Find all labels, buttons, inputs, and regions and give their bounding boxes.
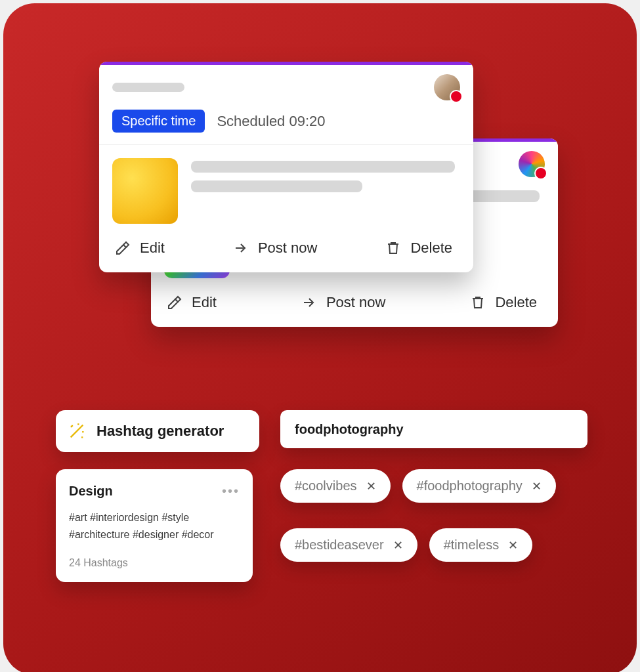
pencil-icon	[115, 240, 131, 256]
schedule-text: Scheduled 09:20	[217, 113, 325, 130]
trash-icon	[470, 295, 486, 310]
pinterest-badge-icon	[450, 90, 463, 103]
delete-button[interactable]: Delete	[385, 240, 452, 257]
post-now-button[interactable]: Post now	[233, 240, 318, 257]
chip-label: #foodphotography	[417, 478, 523, 494]
placeholder-line	[191, 180, 362, 192]
edit-button[interactable]: Edit	[115, 240, 165, 257]
placeholder-line	[112, 83, 184, 92]
hashtag-chip[interactable]: #bestideasever ✕	[280, 528, 417, 562]
post-thumbnail[interactable]	[112, 158, 178, 224]
edit-label: Edit	[192, 294, 217, 311]
hashtag-group-title: Design	[69, 484, 113, 499]
chip-label: #timeless	[444, 537, 499, 553]
hashtag-chip[interactable]: #coolvibes ✕	[280, 469, 391, 503]
pencil-icon	[167, 295, 182, 310]
placeholder-line	[191, 161, 455, 173]
delete-button[interactable]: Delete	[470, 294, 537, 311]
avatar[interactable]	[519, 151, 545, 177]
hashtag-generator-label: Hashtag generator	[96, 423, 224, 440]
arrow-right-icon	[301, 295, 317, 310]
hashtag-chip[interactable]: #timeless ✕	[429, 528, 532, 562]
hashtag-count: 24 Hashtags	[69, 557, 240, 569]
magic-wand-icon	[68, 422, 86, 440]
avatar[interactable]	[434, 74, 460, 100]
hashtag-generator-button[interactable]: Hashtag generator	[56, 410, 259, 452]
more-icon[interactable]: •••	[222, 484, 240, 499]
hashtag-group-tags: #art #interiordesign #style #architectur…	[69, 509, 240, 543]
close-icon[interactable]: ✕	[508, 538, 518, 553]
hashtag-group-card[interactable]: Design ••• #art #interiordesign #style #…	[56, 469, 253, 582]
post-now-label: Post now	[326, 294, 386, 311]
close-icon[interactable]: ✕	[393, 538, 403, 553]
close-icon[interactable]: ✕	[532, 479, 542, 494]
delete-label: Delete	[495, 294, 537, 311]
trash-icon	[385, 240, 401, 256]
delete-label: Delete	[410, 240, 452, 257]
post-now-button[interactable]: Post now	[301, 294, 386, 311]
hashtag-chip[interactable]: #foodphotography ✕	[402, 469, 556, 503]
edit-button[interactable]: Edit	[167, 294, 217, 311]
post-now-label: Post now	[258, 240, 318, 257]
chip-label: #bestideasever	[295, 537, 384, 553]
search-value: foodphotography	[295, 422, 404, 437]
edit-label: Edit	[140, 240, 165, 257]
close-icon[interactable]: ✕	[366, 479, 376, 494]
arrow-right-icon	[233, 240, 249, 256]
hashtag-search-input[interactable]: foodphotography	[280, 410, 587, 448]
pinterest-badge-icon	[534, 167, 547, 180]
specific-time-badge[interactable]: Specific time	[112, 110, 205, 133]
chip-label: #coolvibes	[295, 478, 357, 494]
scheduled-post-card-front: Specific time Scheduled 09:20 Edit Post …	[99, 62, 473, 272]
